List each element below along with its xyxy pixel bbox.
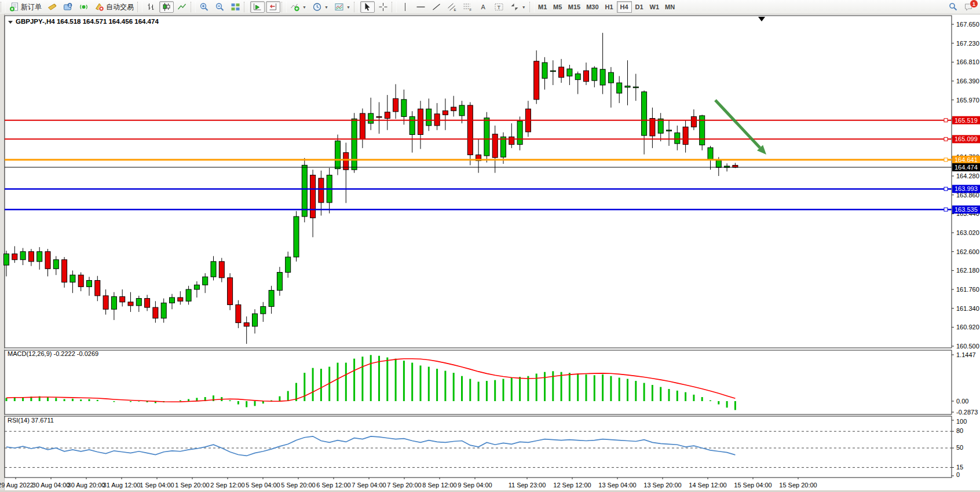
search-button[interactable]	[946, 1, 960, 13]
market-watch-button[interactable]	[45, 1, 60, 13]
new-order-label: 新订单	[21, 2, 42, 12]
candle-body	[517, 121, 522, 144]
crosshair-button[interactable]	[376, 1, 390, 13]
cursor-button[interactable]	[360, 1, 375, 13]
toolbar: 新订单 自动交易	[0, 0, 980, 14]
candle-body	[467, 105, 473, 155]
candle-body	[409, 116, 415, 134]
autotrading-label: 自动交易	[106, 2, 134, 12]
timeframe-h1-button[interactable]: H1	[602, 1, 617, 13]
candle-body	[203, 277, 208, 285]
time-axis-label: 2 Sep 12:00	[210, 482, 244, 489]
fibonacci-button[interactable]: F	[460, 1, 475, 13]
svg-text:A: A	[481, 3, 485, 10]
zoom-in-button[interactable]	[197, 1, 211, 13]
candle-body	[501, 137, 506, 157]
candle-body	[95, 280, 100, 295]
bar-chart-button[interactable]	[144, 1, 158, 13]
time-axis-label: 5 Sep 04:00	[246, 482, 280, 489]
vertical-line-button[interactable]	[398, 1, 412, 13]
text-label-button[interactable]: T	[492, 1, 506, 13]
candle-body	[277, 272, 282, 290]
periods-button[interactable]: ▼	[310, 1, 331, 13]
tile-windows-button[interactable]	[228, 1, 243, 13]
timeframe-m1-button[interactable]: M1	[535, 1, 550, 13]
clock-icon	[312, 2, 322, 12]
new-order-button[interactable]: 新订单	[7, 1, 44, 13]
templates-button[interactable]: ▼	[332, 1, 353, 13]
time-axis-label: 30 Aug 20:00	[68, 482, 105, 489]
chart-shift-button[interactable]	[266, 1, 280, 13]
zoom-out-button[interactable]	[213, 1, 227, 13]
svg-text:E: E	[454, 8, 456, 12]
time-axis-label: 5 Sep 20:00	[281, 482, 315, 489]
candle-body	[194, 285, 199, 289]
candle-body	[53, 260, 58, 269]
level-anchor[interactable]	[944, 187, 948, 190]
level-anchor[interactable]	[944, 137, 948, 141]
candle-body	[178, 298, 183, 301]
candle-body	[376, 116, 382, 118]
candle-body	[45, 252, 50, 269]
level-anchor[interactable]	[944, 119, 948, 122]
profile-button[interactable]	[61, 1, 75, 13]
svg-text:164.641: 164.641	[955, 156, 978, 163]
macd-axis-tick: 1.1447	[956, 351, 976, 358]
candlestick-icon	[162, 2, 171, 12]
indicators-icon	[290, 2, 300, 12]
auto-scroll-icon	[253, 2, 262, 12]
candle-body	[244, 323, 249, 326]
horizontal-line-button[interactable]	[414, 1, 428, 13]
candle-body	[443, 111, 448, 115]
svg-text:163.535: 163.535	[955, 206, 978, 213]
timeframe-d1-button[interactable]: D1	[632, 1, 647, 13]
candle-body	[111, 296, 116, 309]
timeframe-m5-button[interactable]: M5	[550, 1, 565, 13]
time-axis-label: 31 Aug 12:00	[103, 482, 141, 489]
candle-body	[153, 307, 158, 318]
candle-body	[584, 71, 589, 82]
arrows-button[interactable]: ▼	[507, 1, 528, 13]
macd-axis-tick: -0.2873	[956, 409, 978, 416]
time-axis-label: 15 Sep 20:00	[779, 482, 817, 489]
chevron-down-icon: ▼	[522, 5, 526, 9]
equidistant-channel-button[interactable]: E	[445, 1, 459, 13]
price-axis-tick: 167.650	[956, 21, 979, 28]
notifications-button[interactable]: 1	[961, 1, 976, 13]
timeframe-h4-button[interactable]: H4	[617, 1, 632, 13]
macd-axis-tick: 0.00	[956, 398, 968, 405]
line-chart-button[interactable]	[175, 1, 189, 13]
text-button[interactable]: A	[476, 1, 491, 13]
candle-body	[294, 216, 299, 257]
signals-button[interactable]	[76, 1, 91, 13]
time-axis-label: 14 Sep 12:00	[689, 482, 726, 489]
time-axis-label: 15 Sep 04:00	[734, 482, 771, 489]
indicators-button[interactable]: ▼	[288, 1, 309, 13]
candle-body	[617, 83, 622, 93]
arrows-icon	[510, 2, 520, 12]
chart-canvas[interactable]: 167.650167.230166.810166.390165.970165.5…	[0, 14, 980, 492]
level-anchor[interactable]	[944, 208, 948, 211]
candle-body	[550, 71, 555, 72]
time-axis-label: 11 Sep 23:00	[509, 482, 546, 489]
candle-body	[78, 275, 83, 287]
level-anchor[interactable]	[944, 158, 948, 161]
vertical-line-icon	[400, 2, 410, 12]
time-axis-label: 13 Sep 20:00	[643, 482, 681, 489]
text-label-icon: T	[494, 2, 504, 12]
timeframe-m15-button[interactable]: M15	[565, 1, 583, 13]
candle-body	[600, 69, 605, 85]
timeframe-mn-button[interactable]: MN	[662, 1, 678, 13]
timeframe-w1-button[interactable]: W1	[647, 1, 663, 13]
channel-icon: E	[447, 2, 457, 12]
trendline-button[interactable]	[429, 1, 444, 13]
timeframe-m30-button[interactable]: M30	[583, 1, 601, 13]
toolbar-grip	[529, 2, 535, 12]
candle-body	[675, 133, 680, 144]
price-axis-tick: 165.970	[956, 97, 979, 104]
bar-chart-icon	[146, 2, 156, 12]
trendline-icon	[432, 2, 441, 12]
candlestick-chart-button[interactable]	[159, 1, 174, 13]
autotrading-button[interactable]: 自动交易	[92, 1, 136, 13]
auto-scroll-button[interactable]	[250, 1, 265, 13]
